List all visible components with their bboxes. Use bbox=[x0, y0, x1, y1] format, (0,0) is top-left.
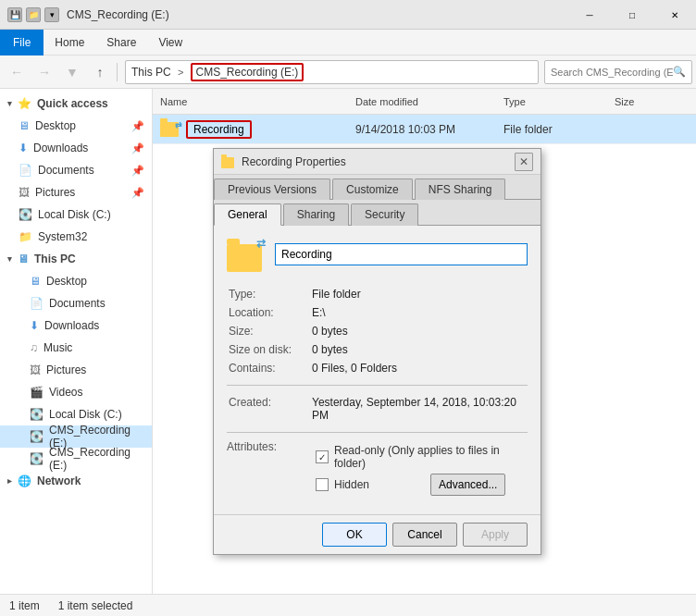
pictures-icon: 🖼 bbox=[19, 186, 30, 199]
quick-access-icon: ⭐ bbox=[18, 97, 31, 110]
title-icon-save: 💾 bbox=[7, 7, 22, 22]
dialog-folder-header: ⇄ bbox=[227, 237, 528, 272]
file-name-cell: ⇄ Recording bbox=[160, 120, 355, 139]
pc-cms-active-icon: 💽 bbox=[30, 430, 44, 443]
sidebar-item-pc-localdisk[interactable]: 💽 Local Disk (C:) bbox=[0, 403, 152, 425]
sidebar-item-pc-documents[interactable]: 📄 Documents bbox=[0, 292, 152, 314]
network-label: Network bbox=[37, 474, 81, 487]
divider-1 bbox=[227, 385, 528, 386]
advanced-button[interactable]: Advanced... bbox=[430, 474, 505, 496]
pc-localdisk-label: Local Disk (C:) bbox=[49, 408, 122, 421]
readonly-checkbox[interactable] bbox=[316, 450, 329, 463]
readonly-label: Read-only (Only applies to files in fold… bbox=[334, 444, 528, 470]
search-icon: 🔍 bbox=[673, 66, 686, 78]
address-separator: > bbox=[178, 67, 186, 78]
sidebar-item-pc-cms-active[interactable]: 💽 CMS_Recording (E:) bbox=[0, 425, 152, 448]
network-chevron: ▸ bbox=[7, 476, 12, 486]
sidebar-section-this-pc[interactable]: ▾ 🖥 This PC bbox=[0, 248, 152, 270]
sidebar-item-pc-desktop[interactable]: 🖥 Desktop bbox=[0, 270, 152, 292]
sidebar-system32-label: System32 bbox=[38, 230, 87, 243]
quick-access-chevron: ▾ bbox=[7, 99, 12, 108]
pc-cms-icon: 💽 bbox=[30, 452, 44, 465]
sidebar-item-downloads-quick[interactable]: ⬇ Downloads 📌 bbox=[0, 137, 152, 159]
maximize-button[interactable]: □ bbox=[611, 0, 653, 30]
search-bar[interactable]: 🔍 bbox=[544, 60, 692, 84]
quick-access-label: Quick access bbox=[37, 97, 108, 110]
forward-button[interactable]: → bbox=[31, 59, 57, 85]
hidden-checkbox[interactable] bbox=[316, 478, 329, 491]
tab-customize[interactable]: Customize bbox=[332, 179, 413, 200]
minimize-button[interactable]: ─ bbox=[568, 0, 611, 30]
tab-general[interactable]: General bbox=[214, 203, 281, 226]
prop-size-label: Size: bbox=[227, 322, 310, 340]
tab-security[interactable]: Security bbox=[351, 203, 418, 226]
tab-previous-versions[interactable]: Previous Versions bbox=[214, 179, 330, 200]
divider-2 bbox=[227, 432, 528, 433]
folder-arrows-icon: ⇄ bbox=[227, 237, 264, 272]
prop-contains-value: 0 Files, 0 Folders bbox=[310, 359, 528, 377]
address-this-pc-text: This PC bbox=[131, 66, 171, 79]
this-pc-chevron: ▾ bbox=[7, 254, 12, 264]
tab-sharing[interactable]: Sharing bbox=[283, 203, 349, 226]
sidebar-item-pc-pictures[interactable]: 🖼 Pictures bbox=[0, 359, 152, 381]
menu-bar: File Home Share View bbox=[0, 30, 696, 55]
dialog-body: ⇄ Type: File folder Location: E:\ Size: … bbox=[214, 226, 541, 514]
sidebar-item-pc-downloads[interactable]: ⬇ Downloads bbox=[0, 314, 152, 337]
col-size-header[interactable]: Size bbox=[615, 96, 689, 107]
menu-view[interactable]: View bbox=[147, 30, 193, 55]
search-input[interactable] bbox=[551, 67, 673, 78]
cancel-button[interactable]: Cancel bbox=[392, 523, 457, 547]
back-button[interactable]: ← bbox=[4, 59, 30, 85]
sidebar-item-documents-quick[interactable]: 📄 Documents 📌 bbox=[0, 159, 152, 181]
prop-row-created: Created: Yesterday, September 14, 2018, … bbox=[227, 393, 528, 425]
properties-dialog: Recording Properties ✕ Previous Versions… bbox=[213, 148, 541, 555]
up-button[interactable]: ↑ bbox=[87, 59, 113, 85]
sidebar-item-pc-videos[interactable]: 🎬 Videos bbox=[0, 381, 152, 403]
menu-home[interactable]: Home bbox=[44, 30, 95, 55]
sidebar-section-quick-access[interactable]: ▾ ⭐ Quick access bbox=[0, 92, 152, 115]
address-drive-text: CMS_Recording (E:) bbox=[191, 63, 304, 81]
address-this-pc: This PC > CMS_Recording (E:) bbox=[131, 66, 304, 79]
prop-location-label: Location: bbox=[227, 303, 310, 322]
pc-downloads-label: Downloads bbox=[44, 319, 99, 332]
title-icon-arrow: ▾ bbox=[44, 7, 59, 22]
pc-music-icon: ♫ bbox=[30, 341, 38, 354]
prop-row-contains: Contains: 0 Files, 0 Folders bbox=[227, 359, 528, 377]
close-button[interactable]: ✕ bbox=[653, 0, 696, 30]
pc-desktop-label: Desktop bbox=[46, 275, 87, 288]
pc-music-label: Music bbox=[44, 341, 72, 354]
window-controls[interactable]: ─ □ ✕ bbox=[568, 0, 696, 30]
sidebar-item-desktop-quick[interactable]: 🖥 Desktop 📌 bbox=[0, 115, 152, 137]
col-type-header[interactable]: Type bbox=[503, 96, 615, 107]
sidebar-item-localdisk-quick[interactable]: 💽 Local Disk (C:) bbox=[0, 203, 152, 226]
pin-icon-4: 📌 bbox=[131, 187, 144, 199]
prop-size-value: 0 bytes bbox=[310, 322, 528, 340]
col-date-header[interactable]: Date modified bbox=[355, 96, 503, 107]
sidebar-item-pictures-quick[interactable]: 🖼 Pictures 📌 bbox=[0, 181, 152, 203]
sidebar-section-network[interactable]: ▸ 🌐 Network bbox=[0, 470, 152, 492]
dialog-close-button[interactable]: ✕ bbox=[515, 153, 533, 171]
col-name-header[interactable]: Name bbox=[160, 96, 355, 107]
network-icon: 🌐 bbox=[18, 474, 31, 487]
dialog-title-bar: Recording Properties ✕ bbox=[214, 149, 541, 175]
pin-icon-2: 📌 bbox=[131, 142, 144, 154]
readonly-row: Read-only (Only applies to files in fold… bbox=[316, 444, 528, 470]
recent-button[interactable]: ▼ bbox=[59, 59, 85, 85]
tab-nfs-sharing[interactable]: NFS Sharing bbox=[415, 179, 506, 200]
sidebar-documents-label: Documents bbox=[38, 164, 94, 177]
address-bar[interactable]: This PC > CMS_Recording (E:) bbox=[125, 60, 539, 84]
table-row[interactable]: ⇄ Recording 9/14/2018 10:03 PM File fold… bbox=[153, 115, 696, 144]
menu-share[interactable]: Share bbox=[95, 30, 147, 55]
prop-sizeondisk-label: Size on disk: bbox=[227, 340, 310, 359]
pc-localdisk-icon: 💽 bbox=[30, 408, 44, 421]
ok-button[interactable]: OK bbox=[322, 523, 387, 547]
apply-button[interactable]: Apply bbox=[463, 523, 528, 547]
sidebar-desktop-label: Desktop bbox=[35, 119, 76, 132]
menu-file[interactable]: File bbox=[0, 30, 44, 55]
this-pc-label: This PC bbox=[34, 253, 76, 265]
sidebar-item-pc-cms[interactable]: 💽 CMS_Recording (E:) bbox=[0, 448, 152, 470]
folder-name-input[interactable] bbox=[275, 243, 528, 265]
sidebar-item-system32-quick[interactable]: 📁 System32 bbox=[0, 226, 152, 248]
sidebar-item-pc-music[interactable]: ♫ Music bbox=[0, 337, 152, 359]
prop-contains-label: Contains: bbox=[227, 359, 310, 377]
